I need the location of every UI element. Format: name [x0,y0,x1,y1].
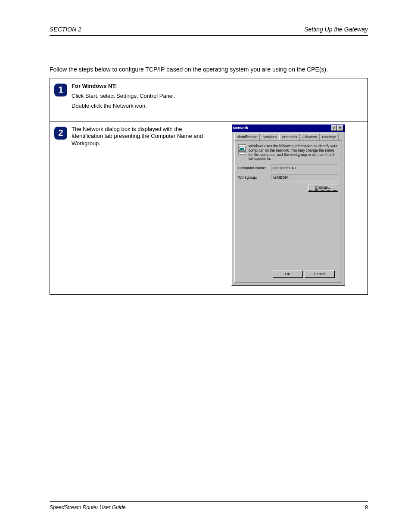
running-header: SECTION 2 Setting Up the Gateway [50,26,368,34]
dialog-description: Windows uses the following information t… [249,144,338,161]
help-icon[interactable]: ? [331,125,337,131]
step1-heading: For Windows NT: [72,83,117,89]
step-row-2: 2 The Network dialog box is displayed wi… [50,121,367,294]
network-dialog: Network ? ✕ Identification Services Prot… [231,124,345,286]
book-title: SpeedStream Router User Guide [50,504,126,510]
cancel-button[interactable]: Cancel [305,271,335,278]
tab-protocols[interactable]: Protocols [279,134,299,140]
computer-name-label: Computer Name: [238,166,268,171]
tab-bindings[interactable]: Bindings [320,134,339,140]
tab-panel-identification: Windows uses the following information t… [234,141,342,283]
svg-rect-2 [239,151,246,152]
footer-rule [50,501,368,502]
step-row-1: 1 For Windows NT: Click Start, select Se… [50,78,367,121]
svg-rect-1 [240,148,244,150]
page-footer: SpeedStream Router User Guide 9 [50,504,368,510]
step1-line2: Double-click the Network icon. [72,103,175,110]
workgroup-value: @MEDIA [271,174,338,181]
close-icon[interactable]: ✕ [337,125,343,131]
tab-adapters[interactable]: Adapters [300,134,320,140]
step-badge-2: 2 [54,127,67,140]
step-badge-1: 1 [54,84,67,96]
section-label: SECTION 2 [50,26,81,33]
intro-paragraph: Follow the steps below to configure TCP/… [50,65,368,74]
dialog-tabs: Identification Services Protocols Adapte… [234,134,342,141]
tab-services[interactable]: Services [260,134,279,140]
ok-button[interactable]: OK [273,271,303,278]
workgroup-label: Workgroup: [238,175,268,180]
dialog-titlebar: Network ? ✕ [232,124,345,132]
tab-identification[interactable]: Identification [234,134,260,140]
steps-table: 1 For Windows NT: Click Start, select Se… [50,78,368,295]
page-number: 9 [365,504,368,510]
change-button[interactable]: Change... [308,184,338,191]
dialog-title: Network [233,125,249,131]
computer-name-value: DOCBERT-NT [271,165,338,172]
step1-line1: Click Start, select Settings, Control Pa… [72,93,175,100]
section-title: Setting Up the Gateway [304,26,368,33]
step2-text: The Network dialog box is displayed with… [72,126,204,148]
computer-icon [238,144,246,155]
